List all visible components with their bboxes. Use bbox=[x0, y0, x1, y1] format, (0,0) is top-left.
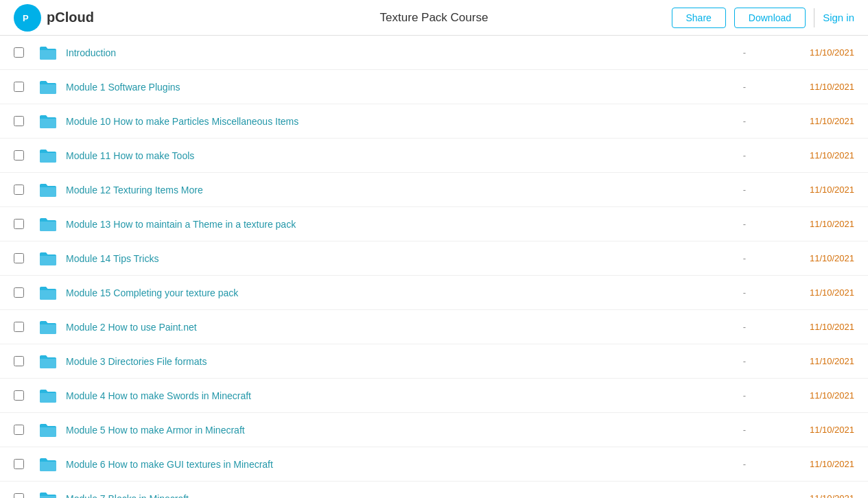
folder-icon bbox=[36, 217, 60, 232]
file-name[interactable]: Module 12 Texturing Items More bbox=[66, 185, 717, 195]
file-size: - bbox=[717, 185, 772, 195]
row-checkbox-7[interactable] bbox=[14, 287, 24, 298]
file-name[interactable]: Module 5 How to make Armor in Minecraft bbox=[66, 425, 717, 436]
header-divider bbox=[814, 8, 814, 27]
row-checkbox-cell bbox=[14, 287, 36, 298]
folder-icon bbox=[36, 423, 60, 438]
table-row: Module 4 How to make Swords in Minecraft… bbox=[0, 379, 868, 413]
row-checkbox-cell bbox=[14, 116, 36, 126]
table-row: Module 11 How to make Tools - 11/10/2021 bbox=[0, 139, 868, 173]
table-row: Module 2 How to use Paint.net - 11/10/20… bbox=[0, 310, 868, 344]
file-name[interactable]: Module 15 Completing your texture pack bbox=[66, 287, 717, 298]
file-name[interactable]: Module 10 How to make Particles Miscella… bbox=[66, 116, 717, 127]
download-button[interactable]: Download bbox=[734, 8, 806, 28]
logo-text: pCloud bbox=[47, 10, 94, 25]
folder-icon bbox=[36, 457, 60, 472]
folder-icon bbox=[36, 251, 60, 266]
file-date: 11/10/2021 bbox=[772, 253, 854, 263]
table-row: Module 5 How to make Armor in Minecraft … bbox=[0, 413, 868, 447]
row-checkbox-8[interactable] bbox=[14, 322, 24, 332]
table-row: Introduction - 11/10/2021 bbox=[0, 36, 868, 70]
row-checkbox-12[interactable] bbox=[14, 459, 24, 469]
file-date: 11/10/2021 bbox=[772, 390, 854, 401]
folder-icon bbox=[36, 285, 60, 300]
file-size: - bbox=[717, 322, 772, 332]
table-row: Module 13 How to maintain a Theme in a t… bbox=[0, 207, 868, 241]
row-checkbox-cell bbox=[14, 47, 36, 58]
file-size: - bbox=[717, 253, 772, 263]
folder-icon bbox=[36, 148, 60, 163]
row-checkbox-cell bbox=[14, 459, 36, 469]
signin-button[interactable]: Sign in bbox=[823, 12, 854, 23]
row-checkbox-cell bbox=[14, 493, 36, 498]
row-checkbox-4[interactable] bbox=[14, 185, 24, 195]
file-size: - bbox=[717, 82, 772, 92]
row-checkbox-cell bbox=[14, 390, 36, 401]
table-row: Module 14 Tips Tricks - 11/10/2021 bbox=[0, 241, 868, 276]
row-checkbox-cell bbox=[14, 219, 36, 229]
folder-icon bbox=[36, 45, 60, 60]
file-list: Introduction - 11/10/2021 Module 1 Softw… bbox=[0, 36, 868, 498]
file-date: 11/10/2021 bbox=[772, 219, 854, 229]
logo-area: P pCloud bbox=[14, 4, 94, 32]
folder-icon bbox=[36, 182, 60, 198]
folder-icon bbox=[36, 491, 60, 499]
file-name[interactable]: Module 4 How to make Swords in Minecraft bbox=[66, 390, 717, 401]
row-checkbox-cell bbox=[14, 425, 36, 435]
row-checkbox-cell bbox=[14, 82, 36, 92]
file-name[interactable]: Module 13 How to maintain a Theme in a t… bbox=[66, 219, 717, 230]
file-size: - bbox=[717, 150, 772, 161]
file-size: - bbox=[717, 287, 772, 298]
row-checkbox-5[interactable] bbox=[14, 219, 24, 229]
table-row: Module 10 How to make Particles Miscella… bbox=[0, 104, 868, 139]
folder-icon bbox=[36, 354, 60, 369]
file-size: - bbox=[717, 356, 772, 366]
table-row: Module 3 Directories File formats - 11/1… bbox=[0, 344, 868, 379]
row-checkbox-0[interactable] bbox=[14, 47, 24, 58]
table-row: Module 1 Software Plugins - 11/10/2021 bbox=[0, 70, 868, 104]
table-row: Module 12 Texturing Items More - 11/10/2… bbox=[0, 173, 868, 207]
file-name[interactable]: Module 7 Blocks in Minecraft bbox=[66, 493, 717, 499]
file-date: 11/10/2021 bbox=[772, 459, 854, 469]
row-checkbox-10[interactable] bbox=[14, 390, 24, 401]
row-checkbox-3[interactable] bbox=[14, 150, 24, 161]
file-date: 11/10/2021 bbox=[772, 322, 854, 332]
folder-icon bbox=[36, 388, 60, 403]
file-name[interactable]: Introduction bbox=[66, 47, 717, 58]
svg-text:P: P bbox=[23, 13, 29, 23]
file-name[interactable]: Module 1 Software Plugins bbox=[66, 82, 717, 93]
pcloud-logo-icon: P bbox=[14, 4, 41, 32]
file-date: 11/10/2021 bbox=[772, 425, 854, 435]
file-size: - bbox=[717, 219, 772, 229]
row-checkbox-cell bbox=[14, 253, 36, 263]
folder-icon bbox=[36, 80, 60, 95]
file-date: 11/10/2021 bbox=[772, 82, 854, 92]
row-checkbox-2[interactable] bbox=[14, 116, 24, 126]
file-name[interactable]: Module 2 How to use Paint.net bbox=[66, 322, 717, 333]
header-actions: Share Download Sign in bbox=[672, 8, 855, 28]
table-row: Module 6 How to make GUI textures in Min… bbox=[0, 447, 868, 482]
share-button[interactable]: Share bbox=[672, 8, 726, 28]
row-checkbox-1[interactable] bbox=[14, 82, 24, 92]
file-date: 11/10/2021 bbox=[772, 356, 854, 366]
row-checkbox-6[interactable] bbox=[14, 253, 24, 263]
row-checkbox-11[interactable] bbox=[14, 425, 24, 435]
file-date: 11/10/2021 bbox=[772, 150, 854, 161]
file-name[interactable]: Module 11 How to make Tools bbox=[66, 150, 717, 161]
file-name[interactable]: Module 3 Directories File formats bbox=[66, 356, 717, 367]
file-name[interactable]: Module 6 How to make GUI textures in Min… bbox=[66, 459, 717, 470]
table-row: Module 15 Completing your texture pack -… bbox=[0, 276, 868, 310]
row-checkbox-13[interactable] bbox=[14, 493, 24, 498]
file-date: 11/10/2021 bbox=[772, 47, 854, 58]
row-checkbox-cell bbox=[14, 356, 36, 366]
row-checkbox-cell bbox=[14, 150, 36, 161]
file-date: 11/10/2021 bbox=[772, 116, 854, 126]
file-size: - bbox=[717, 425, 772, 435]
folder-icon bbox=[36, 320, 60, 335]
file-size: - bbox=[717, 459, 772, 469]
file-size: - bbox=[717, 47, 772, 58]
file-date: 11/10/2021 bbox=[772, 185, 854, 195]
file-size: - bbox=[717, 390, 772, 401]
row-checkbox-9[interactable] bbox=[14, 356, 24, 366]
file-name[interactable]: Module 14 Tips Tricks bbox=[66, 253, 717, 264]
